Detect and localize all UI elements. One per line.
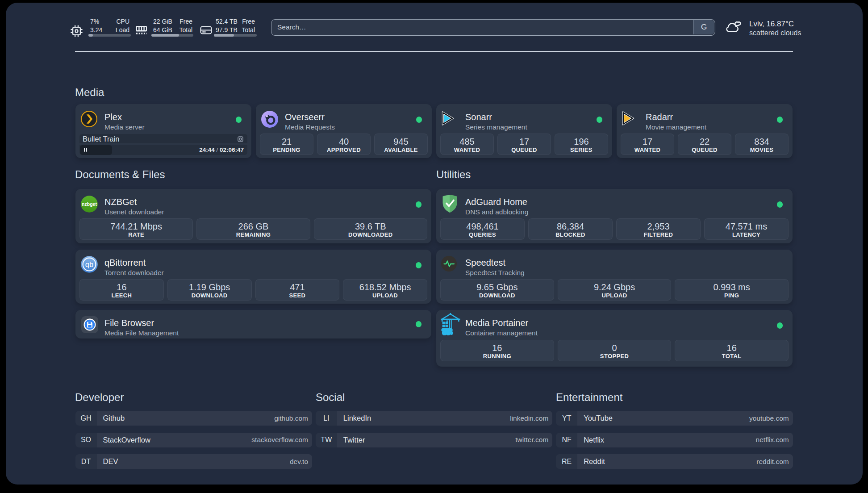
svg-text:qb: qb	[85, 260, 93, 268]
svg-text:nzbget: nzbget	[82, 201, 97, 207]
